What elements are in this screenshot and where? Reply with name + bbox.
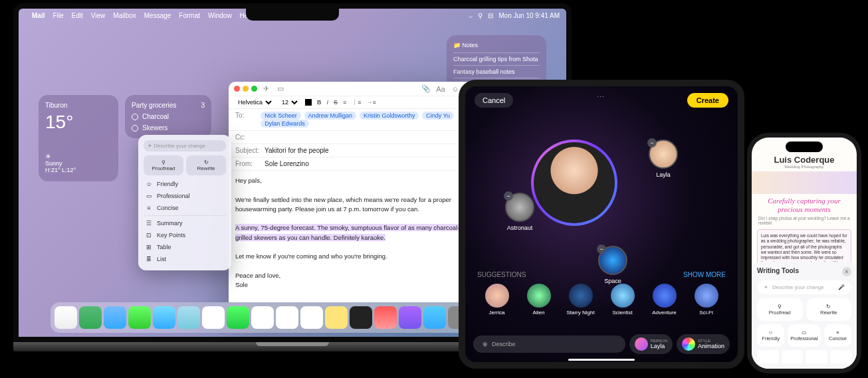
color-swatch[interactable] [305,99,312,106]
suggestion-jerrica[interactable]: Jerrica [477,284,516,316]
window-close-button[interactable] [234,86,240,92]
cc-field[interactable]: Cc: [229,131,481,144]
menu-message[interactable]: Message [144,12,171,19]
note-item[interactable]: Fantasy baseball notes [453,65,540,78]
cancel-button[interactable]: Cancel [475,93,513,108]
font-select[interactable]: Helvetica [235,98,274,106]
remove-icon[interactable]: − [504,191,513,201]
remove-icon[interactable]: − [597,244,606,254]
menu-window[interactable]: Window [208,12,232,19]
remove-icon[interactable]: − [647,138,657,147]
dock-maps[interactable] [177,306,200,329]
dock-music[interactable] [374,306,397,329]
dock-safari[interactable] [104,306,126,329]
list-icon[interactable]: ⋮≡ [352,99,361,106]
wt-thumb[interactable] [757,350,779,363]
wt-describe-input[interactable]: ✦Describe your change🎤 [757,280,851,294]
wifi-icon[interactable]: ⌵ [469,12,473,19]
suggestion-scifi[interactable]: Sci-Fi [687,284,726,316]
home-indicator[interactable] [568,359,635,361]
dock-messages[interactable] [128,306,151,329]
wt-opt-professional[interactable]: ▭Professional [144,190,226,202]
recipient-pill[interactable]: Nick Scheer [261,112,301,120]
wt-thumb[interactable] [830,350,852,363]
wt-proofread-button[interactable]: ⚲Proofread [144,155,183,175]
indent-icon[interactable]: →≡ [367,99,376,106]
wt-rewrite-button[interactable]: ↻Rewrite [186,155,226,175]
size-select[interactable]: 12 [279,98,300,106]
window-zoom-button[interactable] [251,86,257,92]
reminder-item[interactable]: Charcoal [132,113,205,120]
wt-thumb[interactable] [782,350,804,363]
dock-podcasts[interactable] [399,306,421,329]
wt-table[interactable]: ⊞Table [144,241,226,253]
person-chip[interactable]: PERSONLayla [629,334,673,354]
subject-field[interactable]: Subject:Yakitori for the people [229,144,481,157]
wt-list[interactable]: ≣List [144,253,226,265]
suggestion-alien[interactable]: Alien [519,284,558,316]
menu-mailbox[interactable]: Mailbox [113,12,136,19]
reminders-widget[interactable]: Party groceries 3 Charcoal Skewers [125,95,211,138]
orbit-layla[interactable]: − Layla [649,140,678,178]
format-icon[interactable]: Aa [435,85,447,93]
dock-notes[interactable] [325,306,348,329]
reminder-item[interactable]: Skewers [132,124,205,132]
menu-edit[interactable]: Edit [72,12,83,19]
dock-finder[interactable] [54,306,77,329]
dock-launchpad[interactable] [79,306,102,329]
wt-rewrite-button[interactable]: ↻Rewrite [806,298,852,321]
show-more-button[interactable]: SHOW MORE [683,271,726,278]
dock-reminders[interactable] [300,306,323,329]
wt-summary[interactable]: ☰Summary [144,217,226,229]
bold-button[interactable]: B [317,99,322,106]
wt-thumb[interactable] [806,350,827,363]
wt-proofread-button[interactable]: ⚲Proofread [757,298,803,321]
recipient-pill[interactable]: Cindy Yu [422,112,454,120]
dock-calendar[interactable] [251,306,274,329]
orbit-astronaut[interactable]: − Astronaut [505,193,534,231]
wt-opt-friendly[interactable]: ☺Friendly [144,178,226,190]
to-field[interactable]: To: Nick Scheer Andrew Mulligan Kristin … [229,109,481,131]
datetime[interactable]: Mon Jun 10 9:41 AM [498,12,560,19]
wt-professional-button[interactable]: ▭Professional [788,324,820,347]
wt-concise-button[interactable]: ≡Concise [824,324,851,347]
wt-opt-concise[interactable]: ≡Concise [144,202,226,214]
from-field[interactable]: From:Sole Lorenzino [229,157,481,171]
dock-photos[interactable] [202,306,225,329]
dock-appstore[interactable] [423,306,446,329]
menu-file[interactable]: File [53,12,63,19]
generated-image[interactable] [531,140,617,226]
note-item[interactable]: Charcoal grilling tips from Shota [453,52,540,65]
compose-body[interactable]: Hey pals, We're finally settled into the… [229,171,481,295]
wt-friendly-button[interactable]: ☺Friendly [757,324,784,347]
create-button[interactable]: Create [687,93,728,108]
header-icon[interactable]: ▭ [274,84,286,93]
suggestion-adventure[interactable]: Adventure [645,284,684,316]
app-menu[interactable]: Mail [32,12,45,19]
suggestion-scientist[interactable]: Scientist [603,284,642,316]
wt-describe-input[interactable]: ✦ Describe your change [144,140,226,151]
window-minimize-button[interactable] [243,86,249,92]
menu-format[interactable]: Format [179,12,200,19]
mic-icon[interactable]: 🎤 [838,284,845,290]
attach-icon[interactable]: 📎 [420,84,432,93]
recipient-pill[interactable]: Dylan Edwards [261,120,309,128]
more-icon[interactable]: ⋯ [597,93,604,108]
weather-widget[interactable]: Tiburon 15° ☀ Sunny H:21° L:12° [39,95,118,181]
dock-tv[interactable] [350,306,372,329]
italic-button[interactable]: I [327,99,329,106]
dock-facetime[interactable] [227,306,249,329]
recipient-pill[interactable]: Kristin Goldsworthy [360,112,419,120]
strike-button[interactable]: S [334,99,338,106]
send-icon[interactable]: ✈ [260,84,272,93]
align-icon[interactable]: ≡ [343,99,346,106]
suggestion-starry[interactable]: Starry Night [561,284,600,316]
dock-mail[interactable] [153,306,175,329]
menu-view[interactable]: View [91,12,106,19]
control-center-icon[interactable]: ⊟ [488,12,493,19]
style-chip[interactable]: STYLEAnimation [677,334,730,354]
wt-keypoints[interactable]: ⊡Key Points [144,229,226,241]
recipient-pill[interactable]: Andrew Mulligan [304,112,357,120]
search-icon[interactable]: ⚲ [478,12,483,19]
dock-contacts[interactable] [276,306,298,329]
